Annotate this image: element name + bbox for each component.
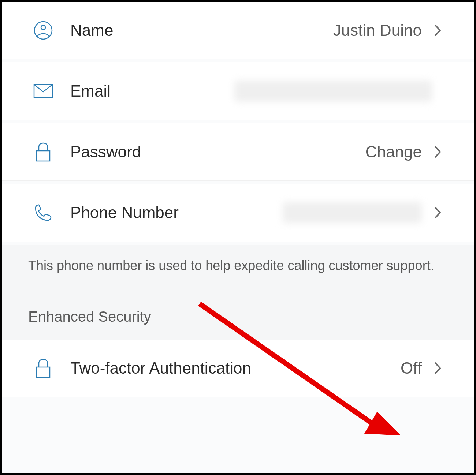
phone-info-text: This phone number is used to help expedi…	[2, 245, 474, 298]
lock-icon	[33, 358, 53, 378]
chevron-right-icon	[433, 23, 443, 38]
settings-list: Name Justin Duino Email Password	[2, 2, 474, 473]
phone-label: Phone Number	[70, 203, 179, 222]
enhanced-security-header: Enhanced Security	[2, 298, 474, 340]
chevron-right-icon	[433, 145, 443, 159]
password-row[interactable]: Password Change	[2, 123, 474, 181]
name-label: Name	[70, 21, 113, 40]
two-factor-value: Off	[401, 359, 422, 377]
svg-rect-4	[37, 367, 50, 377]
email-value-redacted	[234, 81, 432, 102]
email-row[interactable]: Email	[2, 62, 474, 120]
svg-point-1	[41, 25, 45, 30]
two-factor-label: Two-factor Authentication	[70, 359, 251, 377]
password-value: Change	[365, 143, 422, 161]
name-row[interactable]: Name Justin Duino	[2, 2, 474, 59]
chevron-right-icon	[433, 205, 443, 220]
two-factor-row[interactable]: Two-factor Authentication Off	[2, 340, 474, 397]
lock-icon	[33, 142, 53, 162]
person-icon	[33, 20, 53, 41]
email-label: Email	[70, 82, 111, 100]
envelope-icon	[33, 81, 53, 101]
svg-rect-3	[37, 151, 50, 161]
svg-marker-7	[364, 412, 401, 435]
name-value: Justin Duino	[333, 21, 422, 40]
chevron-right-icon	[433, 361, 443, 375]
phone-value-redacted	[283, 202, 422, 223]
phone-row[interactable]: Phone Number	[2, 184, 474, 242]
password-label: Password	[70, 143, 141, 161]
phone-icon	[33, 202, 53, 223]
